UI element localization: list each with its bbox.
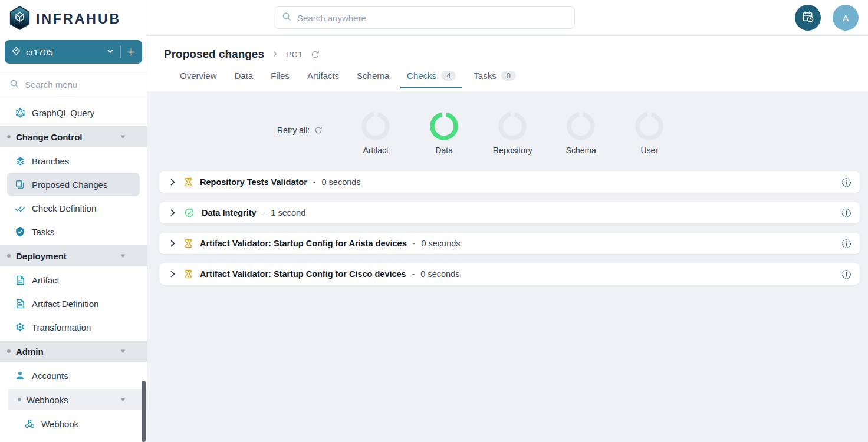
validator-group-label: Schema [566,146,596,155]
check-circle-icon [185,208,194,217]
progress-ring-icon [430,112,458,143]
proposed-changes-icon [14,180,26,189]
expand-chevron-icon[interactable] [169,209,177,217]
check-duration: 0 seconds [421,239,460,248]
user-avatar[interactable]: A [833,5,859,31]
validator-group-label: Repository [493,146,532,155]
global-search[interactable] [274,6,575,29]
refresh-icon[interactable] [311,50,320,59]
info-icon[interactable] [841,269,851,279]
breadcrumb-title[interactable]: Proposed changes [164,48,264,61]
sidebar-item-accounts[interactable]: Accounts [7,364,140,387]
validator-group-repository[interactable]: Repository [478,91,547,155]
progress-ring-icon [498,112,527,143]
check-row-repository-tests-validator[interactable]: Repository Tests Validator-0 seconds [159,171,860,193]
collapse-triangle-icon[interactable] [120,349,126,354]
tab-label: Files [271,71,290,81]
validator-group-user[interactable]: User [615,91,683,155]
separator: - [413,239,416,248]
main-area: A Proposed changes PC1 OverviewDataFiles… [147,0,868,442]
hourglass-icon [185,239,192,248]
menu-search-input[interactable] [25,80,113,90]
sidebar-item-transformation[interactable]: Transformation [7,315,140,339]
group-label: Change Control [16,132,83,142]
tab-schema[interactable]: Schema [348,66,398,88]
info-icon[interactable] [841,208,851,218]
top-bar-actions: A [795,5,868,31]
retry-all-refresh-icon[interactable] [314,126,323,134]
sidebar-group-admin[interactable]: Admin [0,341,147,362]
validator-group-artifact[interactable]: Artifact [341,91,410,155]
collapse-triangle-icon[interactable] [120,135,126,139]
check-definition-icon [14,204,26,213]
sidebar-item-webhook[interactable]: Webhook [7,412,140,436]
time-travel-button[interactable] [795,5,821,31]
branch-selector[interactable]: cr1705 [5,40,142,64]
sidebar-group-deployment[interactable]: Deployment [0,245,147,266]
expand-chevron-icon[interactable] [169,270,177,278]
check-row-data-integrity[interactable]: Data Integrity-1 second [159,202,860,223]
collapse-triangle-icon[interactable] [120,398,126,402]
sidebar-item-artifact-definition[interactable]: Artifact Definition [7,292,140,315]
tab-bar: OverviewDataFilesArtifactsSchemaChecks4T… [164,66,868,88]
sidebar-item-check-definition[interactable]: Check Definition [7,196,140,220]
sidebar-item-proposed-changes[interactable]: Proposed Changes [7,173,140,196]
app-logo[interactable]: INFRAHUB [0,0,147,38]
sidebar-group-webhooks[interactable]: Webhooks [8,389,147,410]
search-icon [9,79,19,91]
menu-search[interactable] [0,71,147,98]
expand-chevron-icon[interactable] [169,178,177,186]
validator-group-schema[interactable]: Schema [547,91,615,155]
accounts-icon [14,371,26,380]
group-label: Webhooks [27,395,68,405]
sidebar-item-label: Tasks [32,227,54,237]
breadcrumb-item: PC1 [286,50,303,59]
sidebar-item-label: Artifact Definition [32,299,98,309]
sidebar-item-artifact[interactable]: Artifact [7,268,140,292]
artifact-definition-icon [14,299,26,309]
sidebar-item-branches[interactable]: Branches [7,149,140,173]
tab-tasks[interactable]: Tasks0 [465,66,525,88]
chevron-down-icon[interactable] [107,47,114,57]
separator: - [313,177,316,187]
tasks-icon [14,227,26,237]
validators-summary: Retry all: ArtifactDataRepositorySchemaU… [147,91,868,155]
validator-group-data[interactable]: Data [410,91,478,155]
expand-chevron-icon[interactable] [169,239,177,248]
search-icon [282,12,291,24]
calendar-clock-icon [801,10,815,25]
breadcrumb: Proposed changes PC1 [164,48,868,61]
sidebar-item-tasks[interactable]: Tasks [7,220,140,243]
tab-checks[interactable]: Checks4 [398,66,465,88]
sidebar-scrollbar-thumb[interactable] [142,381,146,442]
check-title: Artifact Validator: Startup Config for A… [200,239,407,248]
tab-label: Overview [180,71,217,81]
avatar-initial: A [843,13,849,23]
tab-label: Artifacts [307,71,339,81]
add-branch-button[interactable] [127,48,135,56]
transformation-icon [14,322,26,332]
retry-all: Retry all: [277,125,323,136]
check-duration: 0 seconds [420,269,459,279]
tab-overview[interactable]: Overview [171,66,226,88]
group-bullet [7,254,11,258]
tab-data[interactable]: Data [226,66,262,88]
group-bullet [18,398,21,401]
global-search-input[interactable] [297,13,567,23]
sidebar-item-graphql-query[interactable]: GraphQL Query [7,101,140,124]
tab-files[interactable]: Files [262,66,298,88]
divider [120,46,121,58]
tab-label: Checks [407,71,436,81]
check-row-artifact-validator-startup-config-for-cisco-devices[interactable]: Artifact Validator: Startup Config for C… [159,263,860,285]
sidebar-group-change-control[interactable]: Change Control [0,126,147,147]
check-row-artifact-validator-startup-config-for-arista-devices[interactable]: Artifact Validator: Startup Config for A… [159,233,860,254]
collapse-triangle-icon[interactable] [120,254,126,258]
info-icon[interactable] [841,177,851,187]
validator-group-label: User [640,146,658,155]
sidebar-item-label: Accounts [32,371,68,381]
tab-artifacts[interactable]: Artifacts [298,66,348,88]
info-icon[interactable] [841,239,851,249]
progress-ring-icon [635,112,663,143]
sidebar-item-label: Artifact [32,275,60,285]
validator-group-label: Data [435,146,453,155]
